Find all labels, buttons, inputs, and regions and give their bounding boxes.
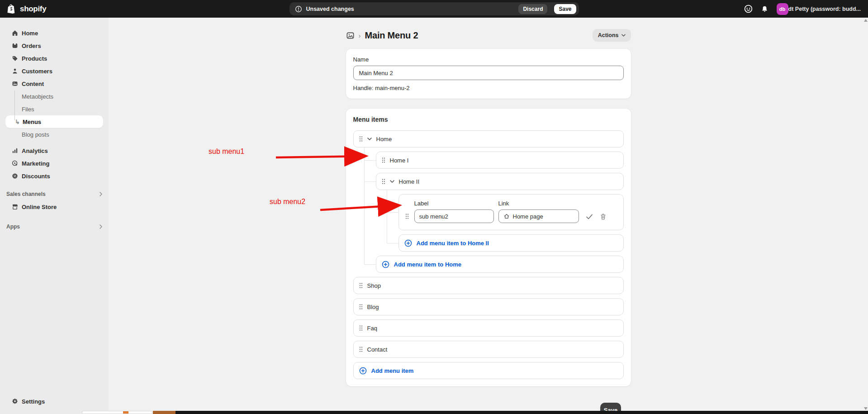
menu-name-input[interactable] xyxy=(353,66,624,80)
sidebar-item-settings[interactable]: Settings xyxy=(0,395,109,408)
item-label-input[interactable] xyxy=(414,209,494,223)
tree-connector xyxy=(14,90,15,120)
item-link-input[interactable]: Home page xyxy=(498,209,579,223)
topbar: shopify Unsaved changes Discard Save db … xyxy=(0,0,868,18)
menu-row-faq[interactable]: Faq xyxy=(353,319,624,337)
sidebar-item-online-store[interactable]: Online Store xyxy=(0,200,109,213)
sidebar-item-home[interactable]: Home xyxy=(0,27,109,39)
topbar-right: db dt Petty (password: budd... xyxy=(744,3,861,15)
chevron-down-icon[interactable] xyxy=(367,138,372,140)
submenu-arrow-icon: ↳ xyxy=(15,119,20,125)
sidebar-item-analytics[interactable]: Analytics xyxy=(0,144,109,157)
products-icon xyxy=(11,55,19,62)
avatar: db xyxy=(777,3,788,15)
sidebar-item-menus[interactable]: ↳ Menus xyxy=(5,115,103,128)
add-menu-item-home-2-row[interactable]: Add menu item to Home II xyxy=(398,234,624,252)
home-page-icon xyxy=(503,213,510,219)
name-label: Name xyxy=(353,56,624,63)
shopify-logo[interactable]: shopify xyxy=(7,4,107,14)
plus-circle-icon xyxy=(382,261,389,268)
drag-handle-icon[interactable] xyxy=(382,157,385,163)
notifications-bell-icon[interactable] xyxy=(761,5,768,13)
chevron-right-icon xyxy=(100,192,102,196)
discounts-icon xyxy=(11,172,19,180)
label-header: Label xyxy=(414,200,494,207)
tree-connector xyxy=(364,160,376,161)
sidebar-item-customers[interactable]: Customers xyxy=(0,65,109,77)
sidebar-item-marketing[interactable]: Marketing xyxy=(0,157,109,170)
delete-trash-icon[interactable] xyxy=(600,213,607,220)
sidebar-item-files[interactable]: Files xyxy=(0,103,109,115)
tree-connector xyxy=(364,181,376,182)
menu-items-title: Menu items xyxy=(353,116,624,125)
name-card: Name Handle: main-menu-2 xyxy=(346,49,631,99)
save-button-top[interactable]: Save xyxy=(554,4,576,14)
tree-connector xyxy=(387,243,398,243)
apps-header[interactable]: Apps xyxy=(0,220,109,233)
gear-icon xyxy=(11,398,19,405)
confirm-check-icon[interactable] xyxy=(586,214,593,220)
breadcrumb-separator: › xyxy=(359,32,361,39)
menu-row-home-2[interactable]: Home II xyxy=(376,173,624,190)
menu-item-editor: Label Link Home page xyxy=(398,194,624,230)
plus-circle-icon xyxy=(404,239,412,247)
banner-message: Unsaved changes xyxy=(306,6,515,12)
sidebar-item-label: Home xyxy=(22,30,38,37)
scroll-up-arrow-icon[interactable] xyxy=(864,19,868,22)
scroll-down-arrow-icon[interactable] xyxy=(864,407,868,410)
add-menu-item-row[interactable]: Add menu item xyxy=(353,362,624,379)
sidebar-item-discounts[interactable]: Discounts xyxy=(0,170,109,182)
unsaved-changes-banner: Unsaved changes Discard Save xyxy=(289,2,579,15)
inbox-icon[interactable] xyxy=(744,5,753,13)
drag-handle-icon[interactable] xyxy=(405,213,414,219)
plus-circle-icon xyxy=(359,367,367,375)
customers-icon xyxy=(11,67,19,75)
sidebar-item-label: Discounts xyxy=(22,173,50,180)
add-menu-item-home-row[interactable]: Add menu item to Home xyxy=(376,256,624,273)
sidebar-item-label: Online Store xyxy=(22,204,57,210)
page-title: Main Menu 2 xyxy=(365,30,418,41)
vertical-scrollbar[interactable] xyxy=(864,19,868,410)
chevron-down-icon[interactable] xyxy=(390,180,394,183)
sidebar-item-content[interactable]: Content xyxy=(0,77,109,90)
menu-row-blog[interactable]: Blog xyxy=(353,298,624,315)
sidebar-item-orders[interactable]: Orders xyxy=(0,39,109,52)
scrollbar-marker xyxy=(123,411,128,414)
user-menu[interactable]: db dt Petty (password: budd... xyxy=(777,3,861,15)
discard-button[interactable]: Discard xyxy=(518,4,547,14)
content-icon xyxy=(11,80,19,87)
page-header: › Main Menu 2 Actions xyxy=(346,26,631,45)
menu-row-home-1[interactable]: Home I xyxy=(376,152,624,169)
menu-row-shop[interactable]: Shop xyxy=(353,277,624,294)
user-name: dt Petty (password: budd... xyxy=(788,6,861,12)
analytics-icon xyxy=(11,147,19,154)
drag-handle-icon[interactable] xyxy=(359,325,363,331)
drag-handle-icon[interactable] xyxy=(359,282,363,289)
drag-handle-icon[interactable] xyxy=(382,178,385,185)
actions-button[interactable]: Actions xyxy=(593,29,631,42)
sidebar-item-products[interactable]: Products xyxy=(0,52,109,65)
sidebar-item-label: Marketing xyxy=(22,160,49,167)
sidebar-item-label: Settings xyxy=(22,398,45,405)
drag-handle-icon[interactable] xyxy=(359,304,363,310)
horizontal-scrollbar[interactable] xyxy=(82,411,152,414)
sales-channels-header[interactable]: Sales channels xyxy=(0,188,109,200)
chevron-right-icon xyxy=(100,224,102,229)
tree-connector xyxy=(364,148,365,264)
taskbar-fragment xyxy=(175,411,868,414)
home-icon xyxy=(11,29,19,37)
menu-row-contact[interactable]: Contact xyxy=(353,341,624,358)
annotation-sub-menu2: sub menu2 xyxy=(270,198,305,206)
drag-handle-icon[interactable] xyxy=(359,346,363,352)
sidebar-item-metaobjects[interactable]: Metaobjects xyxy=(0,90,109,103)
tree-connector xyxy=(387,190,387,243)
sidebar: Home Orders Products Customers Content M… xyxy=(0,18,109,414)
shopify-wordmark: shopify xyxy=(20,5,46,14)
sidebar-item-blog-posts[interactable]: Blog posts xyxy=(0,128,109,141)
breadcrumb-content-icon[interactable] xyxy=(346,31,355,40)
menu-row-home[interactable]: Home xyxy=(353,130,624,148)
drag-handle-icon[interactable] xyxy=(359,136,363,142)
alert-icon xyxy=(295,5,302,13)
tree-connector xyxy=(364,264,376,265)
orders-icon xyxy=(11,42,19,49)
